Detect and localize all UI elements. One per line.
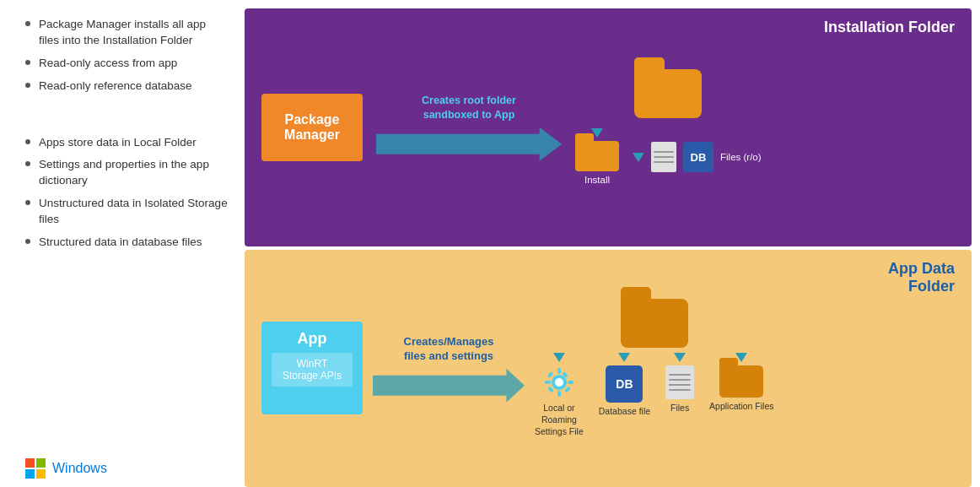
bullet-dot — [25, 60, 30, 65]
appdata-big-folder — [621, 299, 688, 348]
svg-rect-2 — [25, 469, 35, 479]
app-sub-label: WinRT Storage APIs — [272, 353, 353, 387]
bullet-dot — [25, 161, 30, 166]
bullet-dot — [25, 21, 30, 26]
installation-folder-area: Install DB Fil — [575, 69, 762, 185]
down-arrow-icon — [674, 353, 686, 362]
bullet-item: Package Manager installs all app files i… — [25, 17, 228, 49]
down-arrow-icon — [633, 153, 644, 162]
bullet-section-1: Package Manager installs all app files i… — [25, 17, 228, 95]
svg-rect-10 — [547, 371, 554, 378]
app-files-folder — [719, 365, 763, 398]
bullet-dot — [25, 83, 30, 88]
database-item: DB Database file — [599, 353, 650, 418]
appdata-title: App Data Folder — [888, 260, 955, 295]
bullet-item: Read-only reference database — [25, 78, 228, 95]
big-arrow — [376, 127, 562, 161]
db-box-large: DB — [606, 365, 643, 403]
left-panel: Package Manager installs all app files i… — [0, 8, 245, 487]
svg-rect-1 — [36, 458, 46, 468]
svg-rect-0 — [25, 458, 35, 468]
bullet-text: Read-only reference database — [39, 78, 192, 95]
svg-rect-8 — [545, 381, 551, 384]
left-top: Package Manager installs all app files i… — [25, 17, 228, 266]
svg-rect-9 — [568, 381, 573, 384]
app-label: App — [298, 330, 327, 348]
bullet-text: Read-only access from app — [39, 56, 177, 72]
arrow-label: Creates root folder sandboxed to App — [376, 94, 562, 122]
bullet-item: Apps store data in Local Folder — [25, 135, 228, 151]
main-container: Package Manager installs all app files i… — [0, 0, 980, 487]
file-icon — [651, 142, 676, 172]
windows-label: Windows — [52, 461, 107, 476]
svg-point-5 — [555, 378, 563, 387]
appdata-items-row: Local or Roaming Settings File DB Databa… — [535, 353, 774, 437]
bullet-text: Package Manager installs all app files i… — [39, 17, 228, 49]
files-row: DB Files (r/o) — [633, 142, 762, 172]
settings-item: Local or Roaming Settings File — [535, 353, 584, 437]
application-label: Application Files — [709, 401, 773, 413]
bullet-section-2: Apps store data in Local Folder Settings… — [25, 135, 228, 251]
installation-title: Installation Folder — [824, 19, 955, 36]
appdata-big-arrow — [373, 369, 525, 403]
bullet-text: Unstructured data in Isolated Storage fi… — [39, 196, 228, 228]
bullet-dot — [25, 139, 30, 144]
arrow-container: Creates root folder sandboxed to App — [376, 94, 562, 161]
big-folder-icon — [634, 69, 702, 118]
package-manager-box: Package Manager — [261, 94, 363, 161]
app-box: App WinRT Storage APIs — [261, 322, 363, 414]
windows-logo: Windows — [25, 450, 228, 479]
application-files-item: Application Files — [709, 353, 773, 413]
appdata-section: App Data Folder App WinRT Storage APIs C… — [245, 250, 972, 488]
installation-section: Installation Folder Package Manager Crea… — [245, 8, 972, 246]
file-icon — [665, 365, 694, 399]
windows-flag-icon — [25, 458, 46, 479]
right-panel: Installation Folder Package Manager Crea… — [245, 8, 980, 487]
bullet-text: Settings and properties in the app dicti… — [39, 157, 228, 189]
install-label: Install — [584, 175, 610, 185]
down-arrow-icon — [553, 353, 565, 362]
settings-gear-icon — [542, 365, 576, 399]
install-items-row: Install DB Fil — [575, 128, 762, 185]
svg-rect-13 — [547, 387, 554, 393]
small-folder-icon — [575, 141, 619, 171]
bullet-item: Structured data in database files — [25, 235, 228, 251]
bullet-item: Settings and properties in the app dicti… — [25, 157, 228, 189]
package-manager-label: Package Manager — [275, 112, 349, 143]
bullet-text: Apps store data in Local Folder — [39, 135, 197, 151]
bullet-dot — [25, 239, 30, 244]
down-arrow-icon — [618, 353, 630, 362]
appdata-arrow-area: Creates/Manages files and settings — [373, 334, 525, 403]
appdata-arrow-label: Creates/Manages files and settings — [373, 334, 525, 364]
svg-rect-6 — [557, 368, 561, 374]
local-roaming-label: Local or Roaming Settings File — [535, 403, 584, 437]
bullet-item: Unstructured data in Isolated Storage fi… — [25, 196, 228, 228]
files-item: Files — [665, 353, 694, 413]
files-label: Files (r/o) — [720, 152, 762, 162]
db-box: DB — [683, 142, 713, 172]
svg-rect-7 — [557, 391, 561, 397]
files-db-area: DB Files (r/o) — [633, 142, 762, 172]
install-subfolder: Install — [575, 128, 619, 185]
bullet-text: Structured data in database files — [39, 235, 202, 251]
bullet-item: Read-only access from app — [25, 56, 228, 72]
svg-rect-3 — [36, 469, 46, 479]
database-label: Database file — [599, 406, 650, 418]
appdata-folder-area: Local or Roaming Settings File DB Databa… — [535, 299, 774, 437]
bullet-dot — [25, 200, 30, 205]
svg-rect-11 — [564, 387, 571, 393]
files-label: Files — [670, 403, 689, 413]
